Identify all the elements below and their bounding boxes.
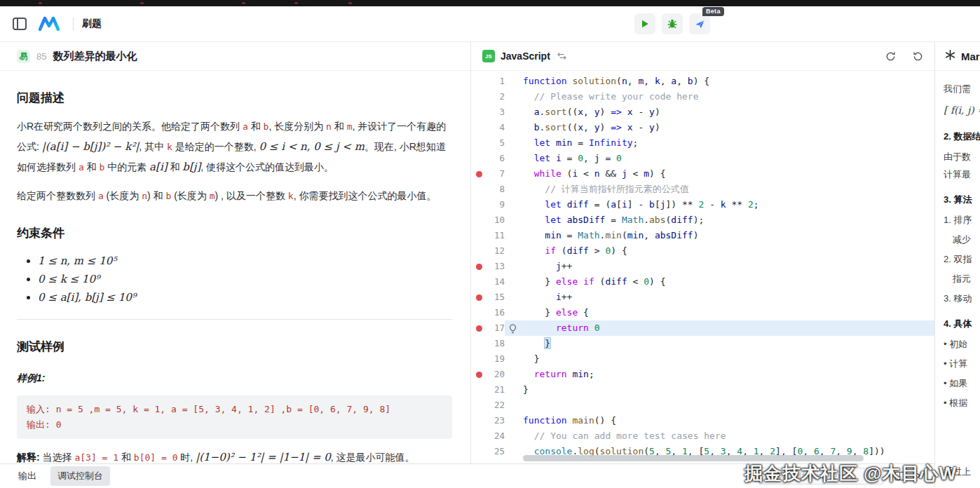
code-text[interactable] <box>505 398 934 413</box>
code-text[interactable]: let diff = (a[i] - b[j]) ** 2 - k ** 2; <box>505 197 934 212</box>
text-span: 是给定的一个整数, <box>172 141 259 152</box>
code-text[interactable]: i++ <box>505 290 934 305</box>
code-line[interactable]: 3 a.sort((x, y) => x - y) <box>471 104 934 120</box>
code-text[interactable]: if (diff > 0) { <box>505 243 934 259</box>
language-swap-icon[interactable] <box>557 52 566 60</box>
submit-button[interactable]: Beta <box>689 13 710 34</box>
code-text[interactable]: } <box>505 351 934 367</box>
code-line[interactable]: 14 } else if (diff < 0) { <box>471 274 934 290</box>
breakpoint-gutter[interactable] <box>471 89 486 104</box>
code-token: y <box>649 122 655 133</box>
breakpoint-gutter[interactable] <box>471 212 486 228</box>
code-text[interactable]: // Please write your code here <box>505 89 934 104</box>
breakpoint-gutter[interactable] <box>471 243 486 259</box>
refresh-code-button[interactable] <box>885 51 896 62</box>
code-text[interactable]: let i = 0, j = 0 <box>505 151 934 166</box>
code-text[interactable]: return 0 <box>505 320 934 336</box>
breakpoint[interactable] <box>471 166 486 182</box>
breakpoint-gutter[interactable] <box>471 428 486 444</box>
breakpoint-gutter[interactable] <box>471 182 486 197</box>
code-text[interactable]: min = Math.min(min, absDiff) <box>505 228 934 243</box>
problem-paragraph: 小R在研究两个数列之间的关系。他给定了两个数列 a 和 b, 长度分别为 n 和… <box>17 116 452 177</box>
code-line[interactable]: 19 } <box>471 351 934 367</box>
code-line[interactable]: 5 let min = Infinity; <box>471 135 934 151</box>
assistant-header: MarsCode AI <box>935 42 980 71</box>
code-text[interactable]: let absDiff = Math.abs(diff); <box>505 212 934 228</box>
code-line[interactable]: 20 return min; <box>471 367 934 382</box>
code-line[interactable]: 8 // 计算当前指针所指元素的公式值 <box>471 182 934 197</box>
code-text[interactable]: } <box>505 336 934 351</box>
code-text[interactable]: a.sort((x, y) => x - y) <box>505 104 934 120</box>
code-line[interactable]: 23function main() { <box>471 413 934 428</box>
code-token <box>523 199 545 210</box>
code-text[interactable]: function solution(n, m, k, a, b) { <box>505 74 934 89</box>
code-line[interactable]: 4 b.sort((x, y) => x - y) <box>471 120 934 135</box>
line-number: 8 <box>486 182 505 197</box>
breakpoint-gutter[interactable] <box>471 274 486 290</box>
code-text[interactable]: let min = Infinity; <box>505 135 934 151</box>
code-line[interactable]: 11 min = Math.min(min, absDiff) <box>471 228 934 243</box>
run-button[interactable] <box>634 13 655 34</box>
breakpoint-gutter[interactable] <box>471 151 486 166</box>
code-text[interactable]: b.sort((x, y) => x - y) <box>505 120 934 135</box>
debug-button[interactable] <box>662 13 683 34</box>
tab-output[interactable]: 输出 <box>11 466 43 486</box>
code-token: , <box>644 230 655 240</box>
breakpoint[interactable] <box>471 367 486 382</box>
breakpoint-gutter[interactable] <box>471 228 486 243</box>
code-line[interactable]: 17 return 0 <box>471 320 934 336</box>
sidebar-toggle-icon[interactable] <box>13 18 27 30</box>
code-line[interactable]: 10 let absDiff = Math.abs(diff); <box>471 212 934 228</box>
close-console-icon[interactable]: × <box>916 470 923 482</box>
code-token: , <box>583 153 594 163</box>
code-lines: 1function solution(n, m, k, a, b) {2 // … <box>471 74 934 459</box>
breakpoint-gutter[interactable] <box>471 444 486 459</box>
breakpoint-gutter[interactable] <box>471 398 486 413</box>
code-line[interactable]: 18 } <box>471 336 934 351</box>
code-text[interactable]: } else { <box>505 305 934 320</box>
code-line[interactable]: 16 } else { <box>471 305 934 320</box>
marscode-logo[interactable] <box>38 15 64 32</box>
code-editor[interactable]: 1function solution(n, m, k, a, b) {2 // … <box>471 71 934 463</box>
code-line[interactable]: 13 j++ <box>471 259 934 274</box>
code-text[interactable]: } else if (diff < 0) { <box>505 274 934 290</box>
code-line[interactable]: 9 let diff = (a[i] - b[j]) ** 2 - k ** 2… <box>471 197 934 212</box>
code-text[interactable]: // 计算当前指针所指元素的公式值 <box>505 182 934 197</box>
breakpoint-gutter[interactable] <box>471 197 486 212</box>
code-line[interactable]: 2 // Please write your code here <box>471 89 934 104</box>
line-number: 19 <box>486 351 505 367</box>
console-filter-input[interactable] <box>758 468 883 484</box>
breakpoint-gutter[interactable] <box>471 382 486 398</box>
tab-debug-console[interactable]: 调试控制台 <box>50 466 110 486</box>
breakpoint-gutter[interactable] <box>471 305 486 320</box>
language-selector[interactable]: JavaScript <box>501 50 550 62</box>
breakpoint-gutter[interactable] <box>471 135 486 151</box>
code-text[interactable]: j++ <box>505 259 934 274</box>
code-text[interactable]: } <box>505 382 934 398</box>
code-line[interactable]: 7 while (i < n && j < m) { <box>471 166 934 182</box>
code-line[interactable]: 21} <box>471 382 934 398</box>
code-text[interactable]: while (i < n && j < m) { <box>505 166 934 182</box>
difficulty-badge: 易 <box>17 50 30 63</box>
breakpoint[interactable] <box>471 259 486 274</box>
code-line[interactable]: 12 if (diff > 0) { <box>471 243 934 259</box>
code-text[interactable]: function main() { <box>505 413 934 428</box>
breakpoint[interactable] <box>471 320 486 336</box>
horizontal-scrollbar[interactable] <box>523 455 864 461</box>
breakpoint[interactable] <box>471 290 486 305</box>
code-line[interactable]: 22 <box>471 398 934 413</box>
reset-code-button[interactable] <box>913 51 923 62</box>
code-line[interactable]: 1function solution(n, m, k, a, b) { <box>471 74 934 89</box>
breakpoint-gutter[interactable] <box>471 120 486 135</box>
code-text[interactable]: // You can add more test cases here <box>505 428 934 444</box>
breakpoint-gutter[interactable] <box>471 336 486 351</box>
code-line[interactable]: 15 i++ <box>471 290 934 305</box>
code-line[interactable]: 6 let i = 0, j = 0 <box>471 151 934 166</box>
breakpoint-gutter[interactable] <box>471 413 486 428</box>
breakpoint-gutter[interactable] <box>471 104 486 120</box>
breakpoint-gutter[interactable] <box>471 74 486 89</box>
split-panel-icon[interactable] <box>894 471 905 481</box>
breakpoint-gutter[interactable] <box>471 351 486 367</box>
code-line[interactable]: 24 // You can add more test cases here <box>471 428 934 444</box>
code-text[interactable]: return min; <box>505 367 934 382</box>
